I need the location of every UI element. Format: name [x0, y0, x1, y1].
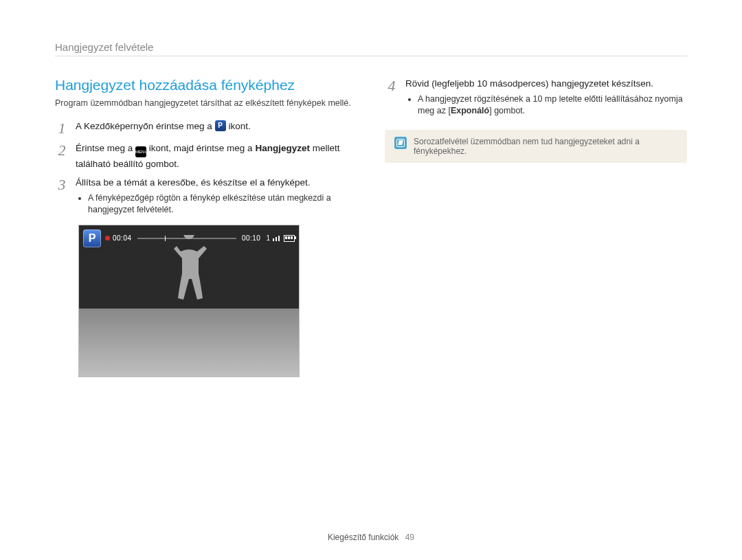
step-2: 2 Érintse meg a ikont, majd érintse meg …	[55, 142, 357, 171]
note-icon	[394, 137, 407, 149]
program-mode-badge-icon: P	[83, 229, 101, 247]
page-footer: Kiegészítő funkciók 49	[0, 533, 742, 542]
footer-page-number: 49	[405, 533, 414, 542]
status-indicators: 1	[266, 234, 295, 242]
step-number: 2	[55, 142, 69, 158]
step4-bullet-post: ] gombot.	[489, 106, 525, 115]
elapsed-time: 00:04	[113, 234, 132, 242]
step3-text: Állítsa be a témát a keresőbe, és készít…	[76, 177, 310, 188]
menu-icon	[135, 146, 146, 157]
right-column: 4 Rövid (legfeljebb 10 másodperces) hang…	[385, 77, 687, 377]
step4-bullet-bold: Exponáló	[451, 106, 489, 115]
camera-preview: P 00:04 00:10 1	[78, 225, 300, 377]
step1-pre: A Kezdőképernyőn érintse meg a	[76, 121, 215, 131]
step3-bullets: A fényképezőgép rögtön a fénykép elkészí…	[76, 192, 357, 216]
page-header-title: Hangjegyzet felvétele	[55, 41, 687, 53]
note-box: Sorozatfelvétel üzemmódban nem tud hangj…	[385, 130, 687, 163]
note-text: Sorozatfelvétel üzemmódban nem tud hangj…	[414, 137, 677, 156]
step2-pre: Érintse meg a	[76, 143, 135, 153]
battery-icon	[284, 235, 295, 242]
step4-bullet: A hangjegyzet rögzítésének a 10 mp letel…	[418, 93, 687, 117]
footer-section: Kiegészítő funkciók	[328, 533, 398, 542]
subject-silhouette-icon	[168, 235, 210, 304]
step-number: 3	[55, 176, 69, 192]
page: Hangjegyzet felvétele Hangjegyzet hozzáa…	[0, 0, 742, 560]
step2-mid: ikont, majd érintse meg a	[149, 143, 256, 153]
progress-position-icon	[165, 236, 166, 241]
step3-bullet: A fényképezőgép rögtön a fénykép elkészí…	[88, 192, 357, 216]
step-body: Állítsa be a témát a keresőbe, és készít…	[76, 176, 357, 218]
step4-bullets: A hangjegyzet rögzítésének a 10 mp letel…	[405, 93, 687, 117]
section-title: Hangjegyzet hozzáadása fényképhez	[55, 77, 357, 93]
step-4: 4 Rövid (legfeljebb 10 másodperces) hang…	[385, 77, 687, 119]
storage-bars-icon	[273, 236, 281, 241]
program-mode-icon	[215, 120, 226, 131]
step-number: 1	[55, 120, 69, 136]
step-body: A Kezdőképernyőn érintse meg a ikont.	[76, 120, 357, 133]
step-number: 4	[385, 77, 398, 93]
step-body: Rövid (legfeljebb 10 másodperces) hangje…	[405, 77, 687, 119]
step-1: 1 A Kezdőképernyőn érintse meg a ikont.	[55, 120, 357, 136]
shot-counter: 1	[266, 234, 270, 242]
record-indicator-icon	[105, 236, 110, 240]
left-column: Hangjegyzet hozzáadása fényképhez Progra…	[55, 77, 357, 377]
step1-post: ikont.	[228, 121, 250, 131]
section-intro: Program üzemmódban hangjegyzetet társíth…	[55, 98, 357, 110]
total-time: 00:10	[242, 234, 261, 242]
header-divider	[55, 56, 687, 56]
content-columns: Hangjegyzet hozzáadása fényképhez Progra…	[55, 77, 687, 377]
step-3: 3 Állítsa be a témát a keresőbe, és kész…	[55, 176, 357, 218]
step2-bold: Hangjegyzet	[255, 143, 310, 153]
step4-text: Rövid (legfeljebb 10 másodperces) hangje…	[405, 78, 653, 89]
step-body: Érintse meg a ikont, majd érintse meg a …	[76, 142, 357, 171]
